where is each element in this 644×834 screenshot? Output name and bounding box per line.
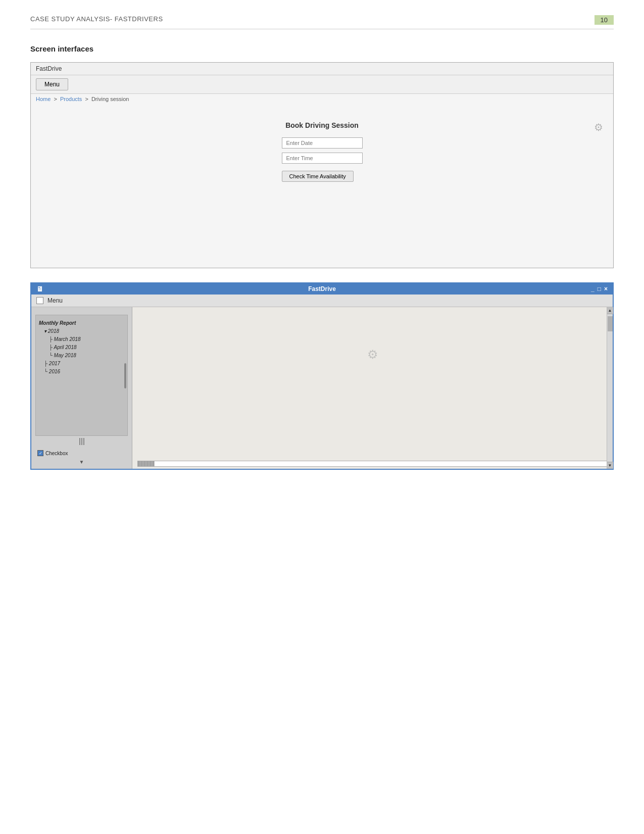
right-panel: ⚙ bbox=[132, 307, 613, 469]
booking-title: Book Driving Session bbox=[282, 121, 363, 129]
progress-bar bbox=[137, 461, 608, 467]
scroll-down[interactable]: ▼ bbox=[35, 458, 128, 465]
maximize-button[interactable]: □ bbox=[598, 285, 601, 292]
scroll-handle[interactable] bbox=[608, 316, 613, 331]
close-button[interactable]: × bbox=[604, 285, 608, 292]
tree-view[interactable]: Monthly Report ▾ 2018 ├ March 2018 ├ Apr… bbox=[35, 315, 128, 436]
time-input[interactable] bbox=[282, 153, 363, 164]
progress-bar-area bbox=[132, 459, 613, 469]
breadcrumb-sep2: > bbox=[85, 96, 88, 102]
page-title: CASE STUDY ANALYSIS- FASTDRIVERS bbox=[30, 15, 163, 23]
scroll-down-button[interactable]: ▼ bbox=[607, 462, 613, 469]
tree-item-2018[interactable]: ▾ 2018 bbox=[39, 327, 124, 335]
left-panel: Monthly Report ▾ 2018 ├ March 2018 ├ Apr… bbox=[31, 307, 132, 469]
tree-item-may[interactable]: └ May 2018 bbox=[39, 352, 124, 360]
screen1-titlebar: FastDrive bbox=[31, 63, 613, 75]
gear-icon: ⚙ bbox=[594, 121, 603, 133]
screen2-menu-label[interactable]: Menu bbox=[47, 297, 63, 304]
page-header: CASE STUDY ANALYSIS- FASTDRIVERS 10 bbox=[30, 15, 614, 29]
grip-line bbox=[83, 438, 84, 445]
grip-line bbox=[79, 438, 80, 445]
booking-form: Book Driving Session Check Time Availabi… bbox=[282, 121, 363, 182]
breadcrumb-products[interactable]: Products bbox=[60, 96, 82, 102]
section-heading: Screen interfaces bbox=[30, 44, 614, 53]
breadcrumb-current: Driving session bbox=[91, 96, 129, 102]
tree-item-2016[interactable]: └ 2016 bbox=[39, 368, 124, 376]
screen1-container: FastDrive Menu Home > Products > Driving… bbox=[30, 62, 614, 268]
screen2-container: 🖥 FastDrive _ □ × Menu Monthly Report ▾ … bbox=[30, 282, 614, 470]
app-icon: 🖥 bbox=[36, 285, 43, 293]
tree-scroll-indicator bbox=[124, 363, 126, 388]
check-availability-button[interactable]: Check Time Availability bbox=[282, 171, 354, 182]
loading-icon: ⚙ bbox=[367, 348, 378, 362]
window-controls: _ □ × bbox=[591, 285, 608, 292]
screen2-toolbar: Menu bbox=[31, 295, 613, 307]
screen1-toolbar: Menu bbox=[31, 75, 613, 94]
toolbar-checkbox[interactable] bbox=[36, 297, 43, 304]
checkbox-input[interactable]: ✓ bbox=[37, 450, 43, 456]
screen2-title-label: FastDrive bbox=[308, 285, 336, 292]
screen2-titlebar: 🖥 FastDrive _ □ × bbox=[31, 283, 613, 295]
breadcrumb-sep1: > bbox=[54, 96, 57, 102]
screen1-title-label: FastDrive bbox=[36, 65, 62, 72]
down-arrow-icon: ▼ bbox=[79, 459, 84, 465]
right-scrollbar: ▲ ▼ bbox=[607, 307, 613, 469]
grip-line bbox=[81, 438, 82, 445]
scroll-track bbox=[607, 314, 613, 462]
breadcrumb: Home > Products > Driving session bbox=[31, 94, 613, 106]
checkbox-row: ✓ Checkbox bbox=[35, 447, 128, 458]
minimize-button[interactable]: _ bbox=[591, 285, 595, 292]
page-number: 10 bbox=[595, 15, 614, 25]
resize-grip bbox=[35, 436, 128, 447]
tree-root[interactable]: Monthly Report bbox=[39, 319, 124, 327]
scroll-up-button[interactable]: ▲ bbox=[607, 307, 613, 314]
progress-fill bbox=[138, 461, 155, 466]
tree-item-april[interactable]: ├ April 2018 bbox=[39, 344, 124, 352]
tree-item-2017[interactable]: ├ 2017 bbox=[39, 360, 124, 368]
date-input[interactable] bbox=[282, 137, 363, 149]
screen1-body: ⚙ Book Driving Session Check Time Availa… bbox=[31, 106, 613, 268]
tree-item-march[interactable]: ├ March 2018 bbox=[39, 335, 124, 344]
breadcrumb-home[interactable]: Home bbox=[36, 96, 51, 102]
screen2-body: Monthly Report ▾ 2018 ├ March 2018 ├ Apr… bbox=[31, 307, 613, 469]
checkbox-label: Checkbox bbox=[45, 451, 68, 456]
screen1-menu-button[interactable]: Menu bbox=[36, 78, 68, 90]
